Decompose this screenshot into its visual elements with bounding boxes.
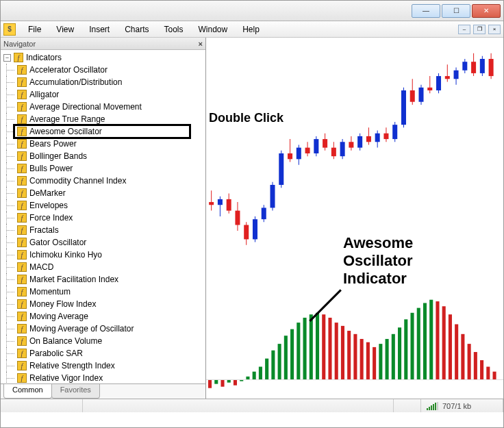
tree-item[interactable]: fAwesome Oscillator: [1, 125, 205, 138]
tree-item-label: Alligator: [29, 90, 59, 99]
tab-common[interactable]: Common: [3, 384, 52, 399]
tree-item-label: Relative Strength Index: [29, 361, 115, 370]
tree-item[interactable]: fAverage Directional Movement: [1, 101, 205, 113]
svg-rect-102: [436, 301, 439, 380]
maximize-button[interactable]: ☐: [442, 4, 470, 18]
chart-area[interactable]: Double Click Awesome Oscillator Indicato…: [206, 38, 503, 399]
tree-item[interactable]: fIchimoku Kinko Hyo: [1, 249, 205, 261]
svg-rect-69: [227, 380, 231, 383]
tree-item[interactable]: fMoving Average: [1, 310, 205, 323]
svg-rect-59: [462, 62, 467, 71]
mdi-restore-button[interactable]: ❐: [473, 25, 486, 34]
tree-item[interactable]: fMomentum: [1, 286, 205, 298]
tree-item[interactable]: fMarket Facilitation Index: [1, 273, 205, 286]
close-button[interactable]: ✕: [472, 4, 501, 18]
indicator-icon: f: [17, 65, 27, 75]
tree-item[interactable]: fMoving Average of Oscillator: [1, 323, 205, 335]
indicator-icon: f: [17, 164, 27, 173]
menu-help[interactable]: Help: [236, 23, 266, 36]
tree-item[interactable]: fForce Index: [1, 212, 205, 224]
indicator-icon: f: [17, 213, 27, 223]
tree-item[interactable]: fFractals: [1, 224, 205, 236]
tree-item-label: Momentum: [29, 287, 71, 297]
folder-icon: f: [14, 53, 23, 62]
svg-rect-25: [314, 139, 318, 153]
tree-item-label: Average Directional Movement: [29, 102, 142, 112]
tree-item[interactable]: fAlligator: [1, 88, 205, 101]
tree-item[interactable]: fRelative Vigor Index: [1, 372, 205, 383]
indicator-icon: f: [17, 361, 27, 370]
tree-item[interactable]: fAverage True Range: [1, 113, 205, 125]
svg-rect-91: [366, 342, 370, 380]
mdi-minimize-button[interactable]: –: [458, 25, 470, 34]
tree-item[interactable]: fAccumulation/Distribution: [1, 76, 205, 88]
status-traffic: 707/1 kb: [442, 402, 471, 410]
menu-view[interactable]: View: [49, 23, 81, 36]
menu-insert[interactable]: Insert: [82, 23, 116, 36]
minimize-button[interactable]: —: [412, 4, 440, 18]
svg-rect-108: [474, 352, 477, 380]
svg-rect-73: [253, 372, 256, 380]
mdi-close-button[interactable]: ×: [488, 25, 501, 34]
svg-rect-33: [349, 142, 353, 147]
tree-item[interactable]: fBulls Power: [1, 162, 205, 175]
menu-file[interactable]: File: [21, 23, 48, 36]
svg-rect-93: [379, 344, 382, 379]
tree-item[interactable]: fOn Balance Volume: [1, 335, 205, 347]
svg-rect-95: [392, 334, 395, 380]
tree-item[interactable]: fRelative Strength Index: [1, 360, 205, 372]
navigator-title: Navigator: [3, 40, 36, 48]
tree-item[interactable]: fCommodity Channel Index: [1, 175, 205, 187]
tree-item[interactable]: fMACD: [1, 261, 205, 273]
status-bar: 707/1 kb: [1, 399, 503, 412]
navigator-close-icon[interactable]: ×: [199, 40, 203, 48]
tree-item[interactable]: fParabolic SAR: [1, 347, 205, 360]
menu-charts[interactable]: Charts: [118, 23, 155, 36]
navigator-tree[interactable]: − f Indicators fAccelerator OscillatorfA…: [1, 50, 205, 383]
svg-rect-63: [480, 59, 485, 73]
indicator-icon: f: [17, 114, 27, 124]
tree-item-label: Moving Average: [29, 312, 88, 321]
tree-item[interactable]: fBears Power: [1, 138, 205, 150]
svg-rect-53: [436, 76, 441, 90]
tree-item-label: Relative Vigor Index: [29, 373, 103, 383]
tree-item-label: Average True Range: [29, 114, 105, 124]
svg-rect-70: [234, 380, 237, 386]
svg-rect-85: [328, 318, 331, 380]
tree-item[interactable]: fDeMarker: [1, 187, 205, 199]
svg-rect-78: [284, 336, 288, 379]
svg-rect-49: [418, 88, 423, 102]
status-cell-2: [83, 399, 394, 412]
annotation-indicator-l3: Indicator: [343, 270, 407, 287]
collapse-icon[interactable]: −: [3, 54, 11, 62]
tree-item-label: Gator Oscillator: [29, 238, 86, 247]
svg-rect-76: [271, 351, 275, 380]
indicator-icon: f: [17, 77, 27, 87]
indicator-icon: f: [17, 349, 27, 358]
tree-item[interactable]: fAccelerator Oscillator: [1, 64, 205, 76]
menu-bar: $ File View Insert Charts Tools Window H…: [1, 21, 503, 38]
svg-rect-103: [442, 306, 446, 379]
tree-item[interactable]: fBollinger Bands: [1, 150, 205, 162]
svg-rect-41: [383, 134, 388, 139]
tree-root-indicators[interactable]: − f Indicators: [1, 51, 205, 64]
indicator-icon: f: [17, 188, 27, 198]
tree-item[interactable]: fGator Oscillator: [1, 236, 205, 249]
svg-rect-37: [366, 136, 371, 142]
svg-rect-35: [357, 136, 362, 148]
tree-item[interactable]: fEnvelopes: [1, 199, 205, 212]
indicator-icon: f: [17, 250, 27, 260]
svg-rect-9: [244, 225, 249, 240]
navigator-header: Navigator ×: [1, 38, 205, 50]
tree-item[interactable]: fMoney Flow Index: [1, 298, 205, 310]
tree-item-label: Ichimoku Kinko Hyo: [29, 250, 102, 260]
menu-window[interactable]: Window: [192, 23, 235, 36]
indicator-icon: f: [17, 176, 27, 186]
tree-item-label: Moving Average of Oscillator: [29, 324, 134, 333]
indicator-icon: f: [17, 90, 27, 99]
tab-favorites[interactable]: Favorites: [51, 384, 100, 399]
tree-item-label: DeMarker: [29, 188, 66, 198]
app-icon: $: [3, 23, 16, 36]
annotation-indicator-l1: Awesome: [343, 235, 413, 251]
menu-tools[interactable]: Tools: [158, 23, 190, 36]
